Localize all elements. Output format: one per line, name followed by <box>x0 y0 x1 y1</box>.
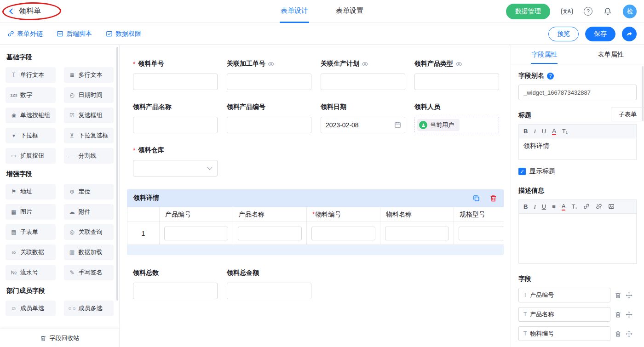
data-manage-button[interactable]: 数据管理 <box>506 4 550 19</box>
external-link-button[interactable]: 表单外链 <box>7 30 43 38</box>
palette-item-multi-select[interactable]: ⊻下拉复选框 <box>64 128 114 143</box>
total-amount-input[interactable] <box>227 283 311 299</box>
tab-form-settings[interactable]: 表单设置 <box>335 0 364 23</box>
description-editor[interactable] <box>518 213 637 264</box>
palette-item-select[interactable]: ▾下拉框 <box>6 128 56 143</box>
subform-block[interactable]: 领料详情 产品编号 产品名称 *物料编号 物料名称 <box>127 189 504 255</box>
palette-item-linked-data[interactable]: ∞关联数据 <box>6 245 56 260</box>
move-subfield-handle[interactable] <box>626 330 632 337</box>
product-name-input[interactable] <box>133 117 218 133</box>
pick-person-field[interactable]: 当前用户 <box>414 117 499 133</box>
underline-icon[interactable]: U <box>542 128 546 134</box>
language-icon[interactable]: 文A <box>561 8 573 15</box>
tab-form-design[interactable]: 表单设计 <box>280 0 309 23</box>
product-code-input[interactable] <box>227 117 311 133</box>
font-size-icon[interactable]: T₁ <box>562 128 568 134</box>
italic-icon[interactable]: I <box>534 128 535 134</box>
panel-scrollbar[interactable] <box>642 66 644 121</box>
backend-script-button[interactable]: 后端脚本 <box>57 30 92 38</box>
font-color-icon[interactable]: A <box>562 203 566 210</box>
title-editor[interactable]: 领料详情 <box>518 138 637 160</box>
delete-subform-button[interactable] <box>489 194 497 202</box>
product-name-cell-input[interactable] <box>238 227 302 240</box>
help-icon[interactable]: ? <box>584 7 592 16</box>
data-permission-button[interactable]: 数据权限 <box>106 30 141 38</box>
field-total-quantity[interactable]: 领料总数 <box>133 269 218 299</box>
italic-icon[interactable]: I <box>534 204 535 210</box>
preview-button[interactable]: 预览 <box>548 27 579 41</box>
eye-icon[interactable] <box>268 61 275 68</box>
field-process-order[interactable]: 关联加工单号 <box>227 60 311 90</box>
field-product-code[interactable]: 领料产品编号 <box>227 103 311 133</box>
font-size-icon[interactable]: T₁ <box>571 204 577 210</box>
sidebar-scrollbar[interactable] <box>116 47 118 301</box>
user-avatar[interactable]: 检 <box>623 5 637 18</box>
calendar-icon[interactable] <box>394 121 401 130</box>
palette-item-number[interactable]: 123数字 <box>6 87 56 103</box>
palette-item-datetime[interactable]: ◴日期时间 <box>64 87 114 103</box>
palette-item-data-load[interactable]: ▥数据加载 <box>64 245 114 260</box>
tab-form-properties[interactable]: 表单属性 <box>578 45 644 64</box>
total-quantity-input[interactable] <box>133 283 218 299</box>
remove-link-icon[interactable] <box>596 203 602 210</box>
palette-item-linked-query[interactable]: ◎关联查询 <box>64 224 114 240</box>
subfield-product-code[interactable]: T产品编号 <box>518 288 610 302</box>
spec-model-cell-input[interactable] <box>459 227 504 240</box>
warehouse-select[interactable] <box>133 160 218 176</box>
move-subfield-handle[interactable] <box>626 311 632 318</box>
bold-icon[interactable]: B <box>523 128 528 134</box>
delete-subfield-button[interactable] <box>615 292 621 299</box>
process-order-input[interactable] <box>227 74 311 90</box>
field-pick-person[interactable]: 领料人员 当前用户 <box>414 103 499 133</box>
delete-subfield-button[interactable] <box>615 311 621 318</box>
field-order-number[interactable]: *领料单号 <box>133 60 218 90</box>
product-type-input[interactable] <box>414 74 499 90</box>
pick-date-input[interactable] <box>321 117 405 133</box>
insert-image-icon[interactable] <box>608 203 615 210</box>
palette-item-signature[interactable]: ✎手写签名 <box>64 265 114 280</box>
question-circle-icon[interactable]: ? <box>547 73 554 80</box>
palette-item-subform[interactable]: ▤子表单 <box>6 224 56 240</box>
palette-item-member-multi[interactable]: ☺☺成员多选 <box>64 301 114 316</box>
palette-item-radio-group[interactable]: ◉单选按钮组 <box>6 108 56 123</box>
product-code-cell-input[interactable] <box>164 227 228 240</box>
order-number-input[interactable] <box>133 74 218 90</box>
font-color-icon[interactable]: A <box>552 128 556 135</box>
field-warehouse[interactable]: *领料仓库 <box>133 146 218 176</box>
field-production-plan[interactable]: 关联生产计划 <box>321 60 405 90</box>
subfield-material-code[interactable]: T物料编号 <box>518 326 610 341</box>
save-button[interactable]: 保存 <box>585 27 615 41</box>
material-code-cell-input[interactable] <box>311 227 375 240</box>
eye-icon[interactable] <box>362 61 368 68</box>
field-total-amount[interactable]: 领料总金额 <box>227 269 311 299</box>
underline-icon[interactable]: U <box>542 204 546 210</box>
palette-item-checkbox-group[interactable]: ☑复选框组 <box>64 108 114 123</box>
palette-item-serial-number[interactable]: №流水号 <box>6 265 56 280</box>
back-button[interactable]: 领料单 <box>7 6 41 16</box>
insert-link-icon[interactable] <box>583 203 590 210</box>
palette-item-attachment[interactable]: ☁附件 <box>64 204 114 220</box>
bold-icon[interactable]: B <box>523 204 528 210</box>
palette-item-single-text[interactable]: T单行文本 <box>6 67 56 83</box>
palette-item-member-single[interactable]: ☺成员单选 <box>6 301 56 316</box>
palette-item-multi-text[interactable]: ≣多行文本 <box>64 67 114 83</box>
move-subfield-handle[interactable] <box>626 292 632 299</box>
delete-subfield-button[interactable] <box>615 330 621 337</box>
field-product-name[interactable]: 领料产品名称 <box>133 103 218 133</box>
subfield-product-name[interactable]: T产品名称 <box>518 307 610 322</box>
palette-item-extend-button[interactable]: ▭扩展按钮 <box>6 148 56 164</box>
field-pick-date[interactable]: 领料日期 <box>321 103 405 133</box>
show-title-checkbox[interactable]: ✓ <box>518 168 526 175</box>
align-icon[interactable]: ≡ <box>552 204 556 210</box>
material-name-cell-input[interactable] <box>385 227 449 240</box>
production-plan-input[interactable] <box>321 74 405 90</box>
copy-subform-button[interactable] <box>472 194 480 202</box>
field-product-type[interactable]: 领料产品类型 <box>414 60 499 90</box>
share-button[interactable] <box>622 27 637 41</box>
notification-bell-icon[interactable] <box>604 7 612 16</box>
palette-item-image[interactable]: ▦图片 <box>6 204 56 220</box>
alias-input[interactable] <box>518 85 637 100</box>
eye-icon[interactable] <box>455 61 462 68</box>
current-user-chip[interactable]: 当前用户 <box>417 119 460 131</box>
palette-item-location[interactable]: ⊕定位 <box>64 184 114 199</box>
